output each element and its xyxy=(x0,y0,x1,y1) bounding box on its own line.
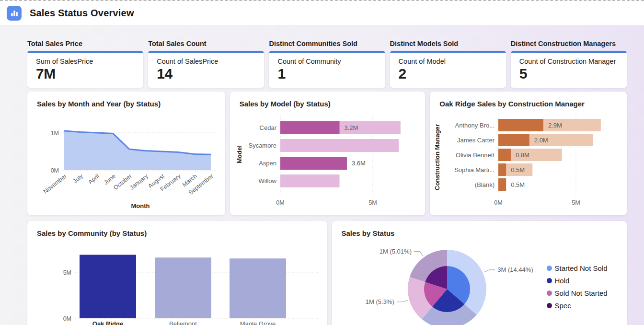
kpi-title: Distinct Communities Sold xyxy=(269,40,385,47)
chart-title: Sales by Month and Year (by Status) xyxy=(27,92,225,108)
data-label: 2.0M xyxy=(534,137,548,144)
kpi-distinct-models: Distinct Models Sold Count of Model 2 xyxy=(390,40,506,88)
sales-by-status-card[interactable]: Sales by Status 3M (14.44%)1M (5.3%)1M (… xyxy=(332,221,627,325)
kpi-total-sales-price: Total Sales Price Sum of SalesPrice 7M xyxy=(27,40,143,88)
chart-title: Sales by Status xyxy=(332,221,627,237)
kpi-title: Distinct Construction Managers xyxy=(511,40,627,47)
callout-label: 1M (5.3%) xyxy=(365,298,394,305)
y-axis-title: Model xyxy=(236,145,243,163)
kpi-card[interactable]: Count of Community 1 xyxy=(269,51,385,88)
data-label: 0.8M xyxy=(516,151,529,159)
column-bar[interactable] xyxy=(155,257,211,318)
legend-label: Spec xyxy=(555,302,571,310)
kpi-label: Count of Model xyxy=(399,58,506,65)
x-tick-label: 5M xyxy=(572,199,580,206)
sales-by-model-card[interactable]: Sales by Model (by Status) 0M5MCedar3.2M… xyxy=(230,92,426,215)
legend-item[interactable]: Started Not Sold xyxy=(547,264,608,272)
category-label: Bellemont xyxy=(169,320,197,325)
legend-label: Hold xyxy=(555,277,570,285)
kpi-card[interactable]: Count of SalesPrice 14 xyxy=(148,51,264,88)
legend-dot-icon xyxy=(547,278,552,283)
x-tick-label: April xyxy=(87,173,101,185)
y-axis-title: Construction Manager xyxy=(434,124,441,190)
kpi-card[interactable]: Sum of SalesPrice 7M xyxy=(27,51,143,88)
kpi-distinct-construction-managers: Distinct Construction Managers Count of … xyxy=(511,40,627,88)
kpi-card[interactable]: Count of Construction Manager 5 xyxy=(511,51,627,88)
app-header: Sales Status Overview xyxy=(0,1,644,25)
kpi-label: Count of Community xyxy=(277,58,385,65)
legend-dot-icon xyxy=(547,290,552,296)
callout-line xyxy=(414,252,423,256)
sales-by-month-card[interactable]: Sales by Month and Year (by Status) 0M1M… xyxy=(27,92,225,215)
chart-title: Sales by Community (by Status) xyxy=(27,221,327,237)
callout-line xyxy=(396,300,408,302)
legend-item[interactable]: Sold Not Started xyxy=(547,289,608,297)
chart-title: Oak Ridge Sales by Construction Manager xyxy=(430,92,627,108)
x-tick-label: July xyxy=(72,173,85,185)
kpi-title: Total Sales Count xyxy=(148,40,264,47)
charts-row: Sales by Month and Year (by Status) 0M1M… xyxy=(27,92,627,215)
bar-highlight[interactable] xyxy=(498,163,506,176)
bar-highlight[interactable] xyxy=(498,119,543,131)
category-label: Aspen xyxy=(259,160,276,167)
status-legend: Started Not SoldHoldSold Not StartedSpec xyxy=(547,264,608,310)
chart-title: Sales by Model (by Status) xyxy=(230,92,426,108)
x-tick-label: January xyxy=(128,173,150,191)
dashboard-canvas: Total Sales Price Sum of SalesPrice 7M T… xyxy=(0,25,644,325)
legend-dot-icon xyxy=(547,266,552,271)
kpi-value: 5 xyxy=(519,66,627,82)
bar-highlight[interactable] xyxy=(498,149,511,161)
kpi-value: 7M xyxy=(36,66,143,82)
kpi-title: Distinct Models Sold xyxy=(390,40,506,47)
kpi-label: Count of Construction Manager xyxy=(519,58,627,65)
category-label: Sycamore xyxy=(248,142,276,149)
data-label: 3.2M xyxy=(344,124,358,131)
category-label: Cedar xyxy=(259,124,276,131)
column-bar[interactable] xyxy=(80,255,136,318)
sales-by-community-card[interactable]: Sales by Community (by Status) 0M5MOak R… xyxy=(27,221,327,325)
category-label: Oak Ridge xyxy=(92,320,123,325)
legend-label: Sold Not Started xyxy=(555,289,608,297)
bar-highlight[interactable] xyxy=(498,134,529,146)
category-label: Sophia Marti... xyxy=(455,166,495,174)
kpi-title: Total Sales Price xyxy=(27,40,143,47)
data-label: 2.9M xyxy=(548,122,562,129)
kpi-label: Count of SalesPrice xyxy=(157,58,264,65)
column-bar[interactable] xyxy=(230,258,286,318)
bar-highlight[interactable] xyxy=(280,121,340,134)
app-logo-icon xyxy=(7,6,22,21)
data-label: 0.5M xyxy=(511,166,525,174)
kpi-label: Sum of SalesPrice xyxy=(36,58,143,65)
page-title: Sales Status Overview xyxy=(30,8,134,19)
x-tick-label: 0M xyxy=(276,199,284,206)
construction-manager-chart[interactable]: 0M5MAnthony Bro...2.9MJames Carter2.0MOl… xyxy=(430,92,627,215)
y-tick-label: 5M xyxy=(63,269,71,276)
x-axis-title: Month xyxy=(131,202,150,209)
y-tick-label: 0M xyxy=(51,167,59,174)
bar-total[interactable] xyxy=(280,174,340,187)
legend-item[interactable]: Hold xyxy=(547,277,608,285)
category-label: Willow xyxy=(258,177,276,185)
kpi-total-sales-count: Total Sales Count Count of SalesPrice 14 xyxy=(148,40,264,88)
data-label: 3.6M xyxy=(352,160,366,167)
category-label: Maple Grove xyxy=(240,320,276,325)
sales-by-model-chart[interactable]: 0M5MCedar3.2MSycamoreAspen3.6MWillowMode… xyxy=(230,92,426,215)
category-label: Olivia Bennett xyxy=(456,151,494,159)
construction-manager-card[interactable]: Oak Ridge Sales by Construction Manager … xyxy=(430,92,627,215)
bar-highlight[interactable] xyxy=(280,157,347,170)
kpi-row: Total Sales Price Sum of SalesPrice 7M T… xyxy=(27,40,627,88)
kpi-card[interactable]: Count of Model 2 xyxy=(390,51,506,88)
legend-dot-icon xyxy=(547,303,552,308)
bar-highlight[interactable] xyxy=(498,178,506,191)
x-tick-label: 0M xyxy=(494,199,503,206)
category-label: James Carter xyxy=(457,137,495,144)
bottom-row: Sales by Community (by Status) 0M5MOak R… xyxy=(27,221,627,325)
y-tick-label: 0M xyxy=(63,315,71,322)
sales-by-month-chart[interactable]: 0M1MNovemberJulyAprilJuneOctoberJanuaryA… xyxy=(27,92,225,215)
kpi-value: 2 xyxy=(399,66,506,82)
bar-total[interactable] xyxy=(280,139,399,152)
legend-item[interactable]: Spec xyxy=(547,302,608,310)
callout-line xyxy=(484,270,495,272)
callout-label: 1M (5.01%) xyxy=(379,248,411,255)
callout-label: 3M (14.44%) xyxy=(497,266,533,273)
